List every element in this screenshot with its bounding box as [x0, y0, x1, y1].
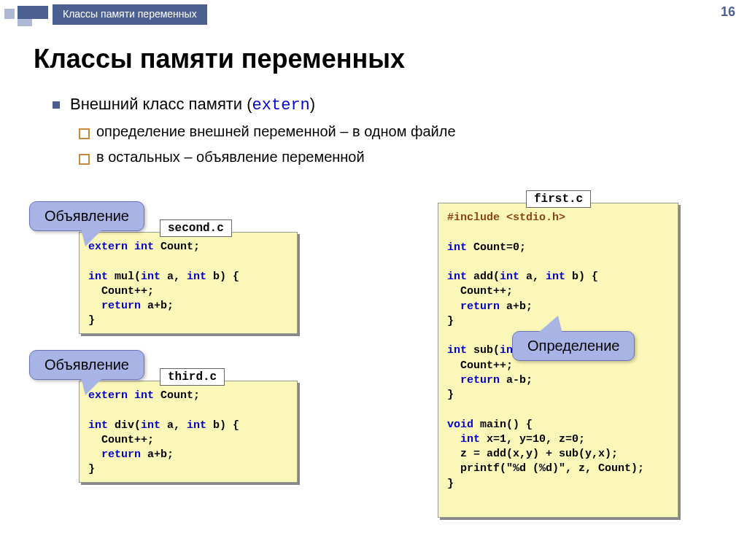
- callout-tail-icon: [81, 378, 103, 395]
- callout-definition: Определение: [512, 331, 635, 361]
- page-title: Классы памяти переменных: [34, 44, 405, 74]
- bullet-list: Внешний класс памяти (extern) определени…: [53, 95, 718, 166]
- bullet1-keyword: extern: [252, 96, 310, 114]
- callout-label: Объявление: [44, 208, 129, 224]
- topbar: Классы памяти переменных 16: [0, 0, 747, 29]
- breadcrumb: Классы памяти переменных: [53, 4, 207, 25]
- filetab-third: third.c: [160, 368, 225, 386]
- slide-deco: [4, 6, 47, 26]
- code-second: extern int Count; int mul(int a, int b) …: [88, 240, 288, 329]
- callout-tail-icon: [81, 229, 103, 246]
- codebox-third: third.c extern int Count; int div(int a,…: [79, 381, 298, 483]
- code-third: extern int Count; int div(int a, int b) …: [88, 389, 288, 478]
- page-number: 16: [721, 4, 735, 20]
- filetab-second: second.c: [160, 219, 232, 237]
- bullet-level2: определение внешней переменной – в одном…: [79, 123, 718, 140]
- bullet1-pre: Внешний класс памяти (: [70, 95, 252, 113]
- filetab-first: first.c: [526, 190, 591, 208]
- bullet-level1: Внешний класс памяти (extern): [53, 95, 718, 114]
- callout-label: Объявление: [44, 357, 129, 373]
- bullet1-post: ): [310, 95, 315, 113]
- callout-declaration-2: Объявление: [29, 350, 144, 380]
- callout-label: Определение: [527, 338, 619, 354]
- callout-declaration-1: Объявление: [29, 201, 144, 231]
- callout-tail-icon: [538, 316, 562, 333]
- bullet-level2: в остальных – объявление переменной: [79, 149, 718, 166]
- codebox-second: second.c extern int Count; int mul(int a…: [79, 232, 298, 334]
